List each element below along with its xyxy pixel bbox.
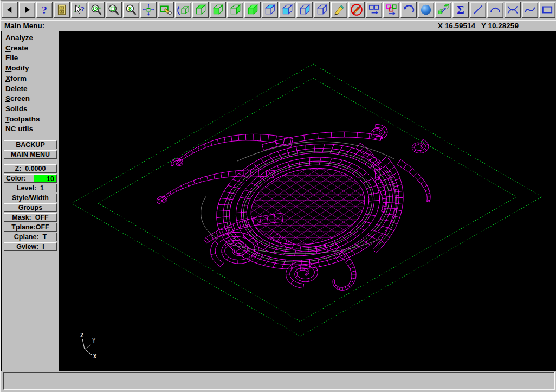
svg-text:?: ?	[42, 4, 47, 16]
toolbar-button-cplane-top[interactable]	[262, 2, 278, 18]
blank-entity-icon	[367, 3, 380, 16]
svg-text:8: 8	[128, 6, 132, 12]
app-window: ??8Σ Main Menu: X 16.59514 Y 10.28259 An…	[0, 0, 556, 392]
sidebar-button-mask[interactable]: Mask: OFF	[4, 213, 57, 222]
toolbar-button-solid-ops[interactable]	[435, 2, 451, 18]
cplane-side-icon	[298, 3, 311, 16]
shade-icon	[419, 3, 432, 16]
back-arrow-icon	[3, 3, 16, 16]
toolbar-button-create-arc[interactable]	[487, 2, 503, 18]
sidebar-button-cplane[interactable]: Cplane: T	[4, 233, 57, 241]
toolbar-button-blank-entity[interactable]	[366, 2, 382, 18]
toolbar-button-pan[interactable]	[140, 2, 157, 18]
undelete-entity-icon	[350, 3, 363, 16]
gview-front-icon	[211, 3, 224, 16]
axes-indicator: ZYX	[80, 332, 96, 359]
zoom-dynamic-icon	[90, 3, 103, 16]
toolbar-button-repaint[interactable]	[158, 2, 174, 18]
main-area: AnalyzeCreateFileModifyXformDeleteScreen…	[1, 31, 556, 371]
forward-arrow-icon	[21, 3, 34, 16]
sidebar-button-level[interactable]: Level: 1	[4, 184, 57, 192]
x-axis-label: X	[93, 354, 96, 359]
toolbar: ??8Σ	[2, 2, 556, 19]
toolbar-button-help[interactable]: ?	[36, 2, 53, 18]
toolbar-button-undo[interactable]	[400, 2, 417, 18]
toolbar-button-gview-front[interactable]	[210, 2, 226, 18]
toolbar-button-analyze-sum[interactable]: Σ	[452, 2, 469, 18]
toolbar-button-cplane-front[interactable]	[279, 2, 295, 18]
change-attributes-icon	[385, 3, 398, 16]
sidebar-item-delete[interactable]: Delete	[2, 84, 59, 94]
color-label: Color:	[4, 175, 33, 182]
sidebar-item-analyze[interactable]: Analyze	[2, 33, 59, 43]
toolbar-button-gview-top[interactable]	[192, 2, 209, 18]
wireframe-model	[157, 65, 457, 348]
sidebar-gap	[2, 160, 59, 163]
status-button-group: Z: 0.0000Color:10Level: 1Style/WidthGrou…	[2, 164, 59, 251]
toolbar-button-gview-side[interactable]	[227, 2, 243, 18]
toolbar-button-select-help[interactable]: ?	[71, 2, 87, 18]
toolbar-button-zoom-window[interactable]	[106, 2, 122, 18]
create-spline-icon	[523, 3, 536, 16]
main-menu-button[interactable]: MAIN MENU	[4, 150, 57, 159]
unzoom-08-icon: 8	[125, 3, 138, 16]
sidebar-item-solids[interactable]: Solids	[2, 104, 59, 114]
sidebar-button-tplane[interactable]: Tplane:OFF	[4, 223, 57, 232]
graphics-canvas: ZYX	[59, 31, 556, 371]
toolbar-button-cplane-side[interactable]	[296, 2, 313, 18]
toolbar-button-create-rectangle[interactable]	[539, 2, 555, 18]
file-cabinet-icon	[55, 3, 68, 16]
sidebar-item-screen[interactable]: Screen	[2, 94, 59, 104]
cplane-front-icon	[281, 3, 294, 16]
gview-side-icon	[229, 3, 242, 16]
coordinate-display: X 16.59514 Y 10.28259	[438, 22, 554, 30]
create-line-icon	[471, 3, 484, 16]
svg-text:Σ: Σ	[457, 4, 464, 16]
select-help-icon: ?	[73, 3, 86, 16]
toolbar-button-back-arrow[interactable]	[2, 2, 18, 18]
toolbar-button-create-fillet[interactable]	[505, 2, 521, 18]
sidebar-button-groups[interactable]: Groups	[4, 203, 57, 212]
toolbar-button-gview-isometric[interactable]	[244, 2, 261, 18]
help-icon: ?	[38, 3, 51, 16]
repaint-icon	[159, 3, 172, 16]
toolbar-button-cplane-3d[interactable]	[314, 2, 330, 18]
toolbar-button-delete-entity[interactable]	[331, 2, 347, 18]
sidebar: AnalyzeCreateFileModifyXformDeleteScreen…	[2, 31, 59, 371]
toolbar-button-shade[interactable]	[418, 2, 434, 18]
toolbar-button-create-line[interactable]	[470, 2, 486, 18]
sidebar-button-gview[interactable]: Gview: I	[4, 242, 57, 251]
toolbar-button-undelete-entity[interactable]	[348, 2, 365, 18]
z-axis-label: Z	[80, 332, 83, 338]
y-axis-label: Y	[92, 338, 95, 344]
toolbar-button-zoom-dynamic[interactable]	[88, 2, 105, 18]
undo-icon	[402, 3, 415, 16]
svg-text:?: ?	[81, 5, 85, 13]
sidebar-button-z[interactable]: Z: 0.0000	[4, 164, 57, 173]
sidebar-item-modify[interactable]: Modify	[2, 63, 59, 74]
sidebar-item-xform[interactable]: Xform	[2, 74, 59, 84]
sidebar-button-style-width[interactable]: Style/Width	[4, 194, 57, 202]
menu-title: Main Menu:	[4, 22, 44, 30]
sidebar-button-color[interactable]: Color:10	[4, 174, 57, 183]
stock-boundary	[72, 64, 542, 336]
toolbar-button-unzoom-08[interactable]: 8	[123, 2, 139, 18]
viewport[interactable]: ZYX	[59, 31, 556, 371]
sidebar-buttons: BACKUP MAIN MENU Z: 0.0000Color:10Level:…	[2, 139, 59, 252]
sidebar-item-create[interactable]: Create	[2, 43, 59, 54]
toolbar-button-forward-arrow[interactable]	[19, 2, 35, 18]
sidebar-item-nc-utils[interactable]: NC utils	[2, 124, 59, 134]
toolbar-button-create-spline[interactable]	[522, 2, 538, 18]
toolbar-button-file-cabinet[interactable]	[54, 2, 70, 18]
delete-entity-icon	[333, 3, 346, 16]
cplane-3d-icon	[315, 3, 328, 16]
gview-isometric-icon	[246, 3, 259, 16]
backup-button[interactable]: BACKUP	[4, 140, 57, 149]
toolbar-button-dynamic-rotate[interactable]	[175, 2, 191, 18]
toolbar-button-change-attributes[interactable]	[383, 2, 399, 18]
sidebar-item-file[interactable]: File	[2, 53, 59, 63]
sidebar-item-toolpaths[interactable]: Toolpaths	[2, 114, 59, 125]
sidebar-menu: AnalyzeCreateFileModifyXformDeleteScreen…	[2, 31, 59, 134]
analyze-sum-icon: Σ	[454, 3, 467, 16]
prompt-bar[interactable]	[3, 372, 555, 390]
